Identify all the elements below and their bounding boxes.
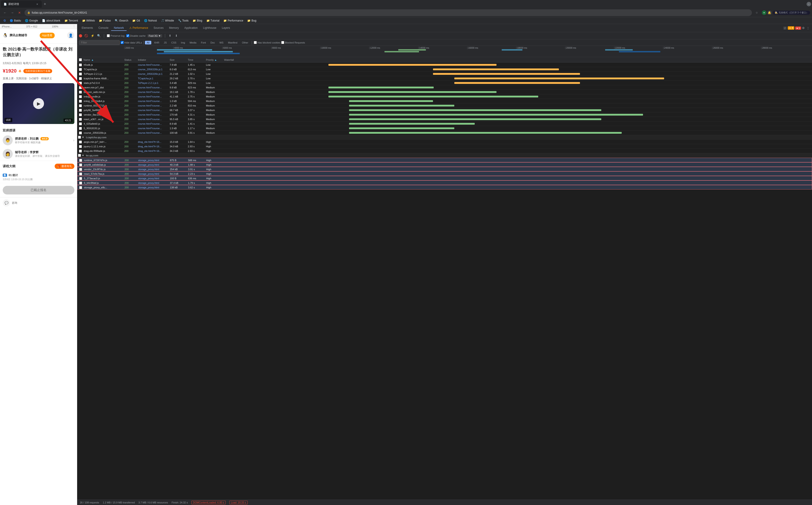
table-row[interactable]: 6_b4c9fdaf.js 200 storage_proxy.html 37.… bbox=[77, 180, 812, 185]
filter-ws[interactable]: WS bbox=[218, 41, 225, 44]
table-row[interactable]: raven.min.js?_dist 200 course.html?cours… bbox=[77, 85, 812, 90]
consult-button[interactable]: 💬 bbox=[3, 199, 10, 206]
table-row[interactable]: 4_635a8eb0.js 200 course.html?course... … bbox=[77, 122, 812, 126]
table-row[interactable]: h5sdk.js 200 course.html?course... 7.9 k… bbox=[77, 62, 812, 67]
row-checkbox[interactable] bbox=[79, 186, 82, 189]
row-checkbox[interactable] bbox=[79, 177, 82, 180]
filter-other[interactable]: Other bbox=[240, 41, 250, 44]
bookmark-tools[interactable]: 🔧 Tools bbox=[176, 19, 190, 23]
filter-xhr[interactable]: XHR bbox=[152, 41, 161, 44]
tab-console[interactable]: Console bbox=[96, 25, 111, 31]
bookmark-baidu[interactable]: 🔵 Baidu bbox=[8, 19, 23, 23]
app-view-button[interactable]: App查看 bbox=[40, 33, 54, 38]
errors-badge[interactable]: ● 1 bbox=[795, 26, 801, 30]
devtools-settings-button[interactable]: ⚙ bbox=[801, 26, 806, 30]
table-row[interactable]: beacon_web.min.js 200 course.html?course… bbox=[77, 90, 812, 94]
bookmark-g[interactable]: G bbox=[2, 19, 7, 23]
filter-all[interactable]: All bbox=[145, 41, 151, 44]
tab-close-button[interactable]: ✕ bbox=[35, 2, 39, 6]
forward-button[interactable]: → bbox=[9, 10, 15, 16]
row-checkbox[interactable] bbox=[79, 159, 82, 162]
bookmark-fudao[interactable]: 📁 Fudao bbox=[97, 19, 113, 23]
filter-media[interactable]: Media bbox=[188, 41, 198, 44]
table-row[interactable]: aegis.min.js?_bid=... 200 drag_ele.html?… bbox=[77, 140, 812, 144]
row-checkbox[interactable] bbox=[79, 63, 82, 66]
table-row[interactable]: course_2056326b.js 200 course.html?cours… bbox=[77, 131, 812, 135]
table-row[interactable]: runtime_601a7715.js 200 course.html?cour… bbox=[77, 103, 812, 108]
blocked-requests-checkbox[interactable]: Blocked Requests bbox=[281, 41, 305, 44]
table-row[interactable]: vendor_23c9f7dc.js 200 storage_proxy.htm… bbox=[77, 167, 812, 171]
export-button[interactable]: ⬇ bbox=[174, 33, 179, 38]
row-checkbox[interactable] bbox=[79, 86, 82, 89]
disable-cache-checkbox[interactable]: Disable cache bbox=[126, 34, 146, 37]
reload-button[interactable]: ✕ bbox=[16, 10, 23, 16]
row-checkbox[interactable] bbox=[79, 81, 82, 85]
row-checkbox[interactable] bbox=[79, 150, 82, 153]
row-checkbox[interactable] bbox=[78, 136, 81, 139]
active-tab[interactable]: 📄 课程详情 ✕ bbox=[1, 0, 42, 8]
row-checkbox[interactable] bbox=[79, 118, 82, 121]
row-checkbox[interactable] bbox=[79, 91, 82, 94]
table-row[interactable]: imlog_1681bdb4.js 200 course.html?course… bbox=[77, 99, 812, 103]
table-row[interactable]: storage_proxy_e8c... 200 storage_proxy.h… bbox=[77, 185, 812, 189]
row-checkbox[interactable] bbox=[79, 68, 82, 71]
table-row[interactable]: 5_95918191.js 200 course.html?course... … bbox=[77, 126, 812, 131]
bookmark-imweb[interactable]: 📁 IMWeb bbox=[80, 19, 97, 23]
clear-button[interactable]: 🚫 bbox=[84, 33, 89, 38]
preserve-log-checkbox[interactable]: Preserve log bbox=[107, 34, 125, 37]
bookmark-blog[interactable]: 📁 Blog bbox=[191, 19, 204, 23]
row-checkbox[interactable] bbox=[79, 182, 82, 184]
bookmark-google[interactable]: 🌐 Google bbox=[23, 19, 40, 23]
table-row[interactable]: vendor_9ac19fa9.js 200 course.html?cours… bbox=[77, 113, 812, 117]
filter-font[interactable]: Font bbox=[199, 41, 208, 44]
row-checkbox[interactable] bbox=[79, 168, 82, 171]
select-all-checkbox[interactable] bbox=[79, 58, 82, 61]
filter-css[interactable]: CSS bbox=[169, 41, 178, 44]
bookmark-button[interactable]: ☆ bbox=[754, 10, 760, 16]
filter-input[interactable] bbox=[79, 40, 120, 45]
row-checkbox[interactable] bbox=[79, 109, 82, 112]
table-row[interactable]: react_a367...ec.js 200 course.html?cours… bbox=[77, 117, 812, 122]
tab-lighthouse[interactable]: Lighthouse bbox=[200, 25, 219, 31]
bookmark-performance[interactable]: 📁 Performance bbox=[222, 19, 245, 23]
devtools-more-button[interactable]: ⋮ bbox=[806, 26, 810, 30]
warnings-badge[interactable]: ⚠ 9 bbox=[788, 26, 794, 30]
row-checkbox[interactable] bbox=[79, 77, 82, 80]
record-button[interactable] bbox=[79, 34, 82, 37]
bookmark-git[interactable]: 📁 Git bbox=[130, 19, 142, 23]
new-tab-button[interactable]: + bbox=[42, 1, 48, 7]
search-button[interactable]: 🔍 bbox=[97, 33, 101, 38]
minimize-button[interactable]: − bbox=[807, 2, 811, 6]
table-row[interactable]: jquery-1.12.1.min.js 200 drag_ele.html?t… bbox=[77, 144, 812, 149]
bookmark-tutorial[interactable]: 📁 Tutorial bbox=[205, 19, 221, 23]
bookmark-isearch[interactable]: 🔍 iSearch bbox=[113, 19, 130, 23]
table-row[interactable]: runtime_67267d7e.js 200 storage_proxy.ht… bbox=[77, 158, 812, 162]
filter-doc[interactable]: Doc bbox=[209, 41, 217, 44]
row-checkbox[interactable] bbox=[79, 113, 82, 116]
tab-layers[interactable]: Layers bbox=[219, 25, 233, 31]
import-button[interactable]: ⬆ bbox=[168, 33, 172, 38]
bookmark-whistle[interactable]: 🎵 Whistle bbox=[159, 19, 176, 23]
bookmark-about[interactable]: 📄 about:blank bbox=[40, 19, 62, 23]
row-checkbox[interactable] bbox=[79, 95, 82, 98]
table-row[interactable]: imlog.bundle.js 200 course.html?course..… bbox=[77, 94, 812, 99]
domain-row[interactable]: ▼ t.captcha.qq.com bbox=[77, 135, 812, 140]
row-checkbox[interactable] bbox=[79, 172, 82, 175]
back-button[interactable]: ← bbox=[2, 10, 8, 16]
tab-application[interactable]: Application bbox=[181, 25, 200, 31]
filter-js[interactable]: JS bbox=[162, 41, 168, 44]
register-button[interactable]: 已截止报名 bbox=[3, 186, 75, 194]
tab-memory[interactable]: Memory bbox=[166, 25, 181, 31]
filter-button[interactable]: ⚡ bbox=[90, 33, 95, 38]
video-thumbnail[interactable]: ∫∑∂π ▶ 43:21 试听 bbox=[3, 83, 75, 124]
row-checkbox[interactable] bbox=[79, 141, 82, 144]
row-checkbox[interactable] bbox=[79, 127, 82, 130]
table-row[interactable]: react_57e9c7ba.js 200 storage_proxy.html… bbox=[77, 171, 812, 176]
row-checkbox[interactable] bbox=[79, 163, 82, 166]
hide-data-urls-checkbox[interactable]: Hide data URLs bbox=[121, 41, 142, 44]
row-checkbox[interactable] bbox=[78, 154, 81, 157]
network-speed-selector[interactable]: Fast 3G ▼ bbox=[147, 34, 162, 37]
table-row[interactable]: polyfill_ed0db0ab.js 200 storage_proxy.h… bbox=[77, 162, 812, 167]
table-row[interactable]: tcaptcha-frame.48d8... 200 TCaptcha.js:1… bbox=[77, 76, 812, 81]
row-checkbox[interactable] bbox=[79, 122, 82, 125]
